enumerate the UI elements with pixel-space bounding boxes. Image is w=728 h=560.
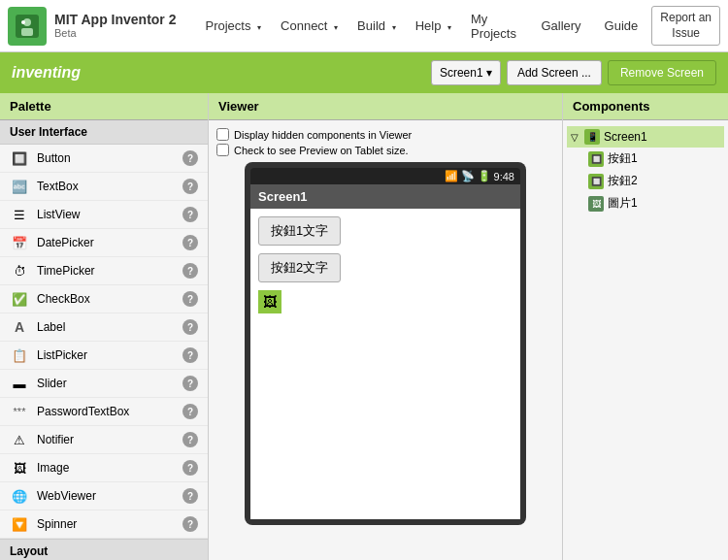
timepicker-help[interactable]: ? bbox=[182, 263, 198, 279]
label-label: Label bbox=[37, 320, 182, 334]
add-screen-button[interactable]: Add Screen ... bbox=[507, 60, 602, 85]
remove-screen-button[interactable]: Remove Screen bbox=[608, 60, 716, 85]
signal-icon: 📡 bbox=[461, 170, 475, 182]
button2-comp-icon: 🔲 bbox=[588, 174, 604, 189]
checkbox-help[interactable]: ? bbox=[182, 291, 198, 307]
display-hidden-row: Display hidden components in Viewer bbox=[216, 128, 554, 141]
textbox-label: TextBox bbox=[37, 180, 182, 193]
palette-item-checkbox[interactable]: ✅ CheckBox ? bbox=[0, 285, 208, 313]
passwordtextbox-help[interactable]: ? bbox=[182, 404, 198, 419]
spinner-icon: 🔽 bbox=[10, 515, 29, 533]
slider-icon: ▬ bbox=[10, 375, 29, 392]
report-issue-button[interactable]: Report anIssue bbox=[651, 6, 720, 46]
webviewer-icon: 🌐 bbox=[10, 487, 29, 505]
screen-controls: Screen1 ▾ Add Screen ... Remove Screen bbox=[431, 60, 716, 85]
palette-item-label[interactable]: A Label ? bbox=[0, 313, 208, 342]
textbox-help[interactable]: ? bbox=[182, 179, 198, 194]
spinner-help[interactable]: ? bbox=[182, 516, 198, 532]
user-interface-section-header: User Interface bbox=[0, 120, 208, 145]
palette-item-button[interactable]: 🔲 Button ? bbox=[0, 145, 208, 173]
screen1-label: Screen1 bbox=[604, 130, 647, 144]
notifier-help[interactable]: ? bbox=[182, 432, 198, 447]
nav-projects[interactable]: Projects ▾ bbox=[195, 13, 271, 39]
button2-comp-label: 按鈕2 bbox=[608, 173, 638, 189]
nav-gallery[interactable]: Gallery bbox=[531, 13, 590, 39]
phone-button2[interactable]: 按鈕2文字 bbox=[258, 253, 341, 282]
check-tablet-checkbox[interactable] bbox=[216, 144, 229, 156]
phone-button1[interactable]: 按鈕1文字 bbox=[258, 216, 341, 246]
listview-icon: ☰ bbox=[10, 206, 29, 223]
palette-item-slider[interactable]: ▬ Slider ? bbox=[0, 370, 208, 398]
button-label: Button bbox=[37, 151, 182, 165]
checkbox-icon: ✅ bbox=[10, 290, 29, 308]
label-help[interactable]: ? bbox=[182, 319, 198, 335]
button1-comp-label: 按鈕1 bbox=[608, 150, 638, 167]
screen-select-dropdown[interactable]: Screen1 ▾ bbox=[431, 60, 501, 85]
palette-item-textbox[interactable]: 🔤 TextBox ? bbox=[0, 173, 208, 201]
display-hidden-checkbox[interactable] bbox=[216, 128, 229, 141]
nav-guide[interactable]: Guide bbox=[595, 13, 648, 39]
display-hidden-label: Display hidden components in Viewer bbox=[234, 129, 412, 141]
check-tablet-row: Check to see Preview on Tablet size. bbox=[216, 144, 554, 156]
app-title: MIT App Inventor 2 bbox=[54, 12, 176, 28]
viewer-options: Display hidden components in Viewer Chec… bbox=[216, 128, 554, 156]
viewer-panel: Viewer Display hidden components in View… bbox=[209, 93, 563, 560]
tree-item-screen1[interactable]: ▽ 📱 Screen1 bbox=[567, 126, 724, 148]
nav-build[interactable]: Build ▾ bbox=[347, 13, 406, 39]
palette-item-webviewer[interactable]: 🌐 WebViewer ? bbox=[0, 482, 208, 511]
palette-panel: Palette User Interface 🔲 Button ? 🔤 Text… bbox=[0, 93, 209, 560]
slider-help[interactable]: ? bbox=[182, 376, 198, 391]
button-help[interactable]: ? bbox=[182, 150, 198, 166]
palette-item-image[interactable]: 🖼 Image ? bbox=[0, 454, 208, 482]
svg-point-3 bbox=[21, 20, 25, 24]
palette-item-notifier[interactable]: ⚠ Notifier ? bbox=[0, 426, 208, 454]
timepicker-icon: ⏱ bbox=[10, 262, 29, 280]
nav-my-projects[interactable]: MyProjects bbox=[461, 6, 526, 47]
tree-item-button2[interactable]: 🔲 按鈕2 bbox=[584, 170, 724, 192]
nav-help[interactable]: Help ▾ bbox=[406, 13, 461, 39]
palette-item-passwordtextbox[interactable]: *** PasswordTextBox ? bbox=[0, 398, 208, 426]
phone-statusbar-icons: 📶 📡 🔋 9:48 bbox=[445, 170, 514, 182]
button1-comp-icon: 🔲 bbox=[588, 151, 604, 167]
image-help[interactable]: ? bbox=[182, 460, 198, 476]
timepicker-label: TimePicker bbox=[37, 264, 182, 278]
webviewer-help[interactable]: ? bbox=[182, 488, 198, 504]
screen1-icon: 📱 bbox=[584, 129, 600, 145]
viewer-header: Viewer bbox=[209, 93, 562, 120]
webviewer-label: WebViewer bbox=[37, 489, 182, 503]
palette-header: Palette bbox=[0, 93, 208, 120]
tree-toggle-screen1[interactable]: ▽ bbox=[571, 132, 584, 143]
button-icon: 🔲 bbox=[10, 149, 29, 167]
checkbox-label: CheckBox bbox=[37, 292, 182, 306]
palette-item-timepicker[interactable]: ⏱ TimePicker ? bbox=[0, 257, 208, 285]
tree-item-image1[interactable]: 🖼 圖片1 bbox=[584, 192, 724, 214]
navbar: MIT App Inventor 2 Beta Projects ▾ Conne… bbox=[0, 0, 728, 52]
palette-item-listview[interactable]: ☰ ListView ? bbox=[0, 201, 208, 229]
phone-titlebar: Screen1 bbox=[250, 184, 520, 209]
components-header: Components bbox=[563, 93, 728, 120]
logo-text: MIT App Inventor 2 Beta bbox=[54, 12, 176, 41]
components-tree: ▽ 📱 Screen1 🔲 按鈕1 🔲 按鈕2 🖼 圖片1 bbox=[563, 120, 728, 220]
listpicker-help[interactable]: ? bbox=[182, 347, 198, 363]
notifier-icon: ⚠ bbox=[10, 431, 29, 448]
app-subtitle: Beta bbox=[54, 27, 176, 40]
textbox-icon: 🔤 bbox=[10, 178, 29, 195]
label-icon: A bbox=[10, 318, 29, 336]
slider-label: Slider bbox=[37, 377, 182, 390]
notifier-label: Notifier bbox=[37, 433, 182, 446]
tree-item-button1[interactable]: 🔲 按鈕1 bbox=[584, 148, 724, 170]
inventing-bar: inventing Screen1 ▾ Add Screen ... Remov… bbox=[0, 52, 728, 93]
listview-help[interactable]: ? bbox=[182, 207, 198, 222]
phone-image1: 🖼 bbox=[258, 290, 281, 313]
datepicker-help[interactable]: ? bbox=[182, 235, 198, 250]
tree-children: 🔲 按鈕1 🔲 按鈕2 🖼 圖片1 bbox=[567, 148, 724, 214]
listpicker-label: ListPicker bbox=[37, 348, 182, 362]
palette-item-datepicker[interactable]: 📅 DatePicker ? bbox=[0, 229, 208, 257]
image1-comp-label: 圖片1 bbox=[608, 195, 638, 212]
components-panel: Components ▽ 📱 Screen1 🔲 按鈕1 🔲 按鈕2 🖼 圖片1 bbox=[563, 93, 728, 560]
phone-content[interactable]: 按鈕1文字 按鈕2文字 🖼 bbox=[250, 209, 520, 519]
nav-connect[interactable]: Connect ▾ bbox=[271, 13, 347, 39]
phone-statusbar: 📶 📡 🔋 9:48 bbox=[250, 168, 520, 184]
palette-item-listpicker[interactable]: 📋 ListPicker ? bbox=[0, 342, 208, 370]
palette-item-spinner[interactable]: 🔽 Spinner ? bbox=[0, 511, 208, 539]
